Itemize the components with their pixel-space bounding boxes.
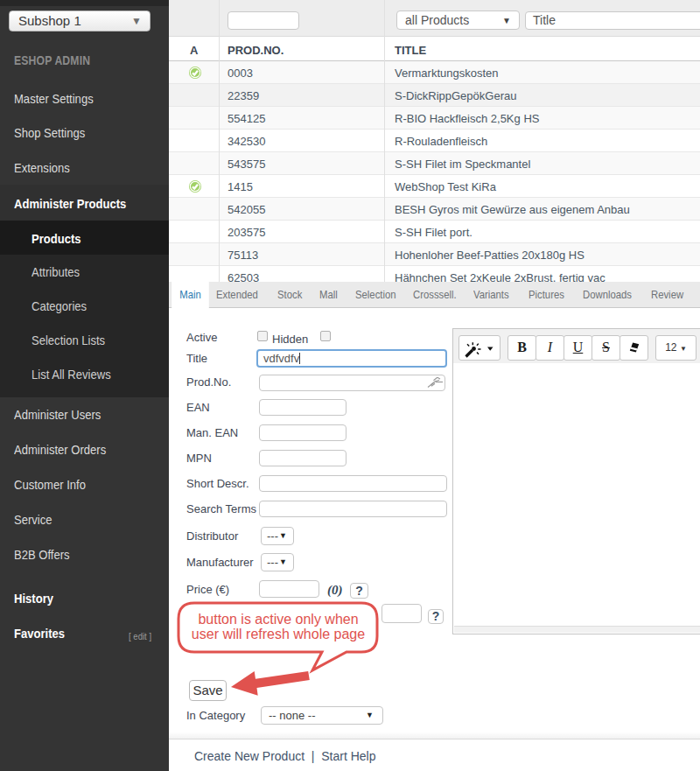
- svg-text:user will refresh whole page: user will refresh whole page: [192, 627, 365, 641]
- svg-text:button is active only when: button is active only when: [198, 612, 358, 627]
